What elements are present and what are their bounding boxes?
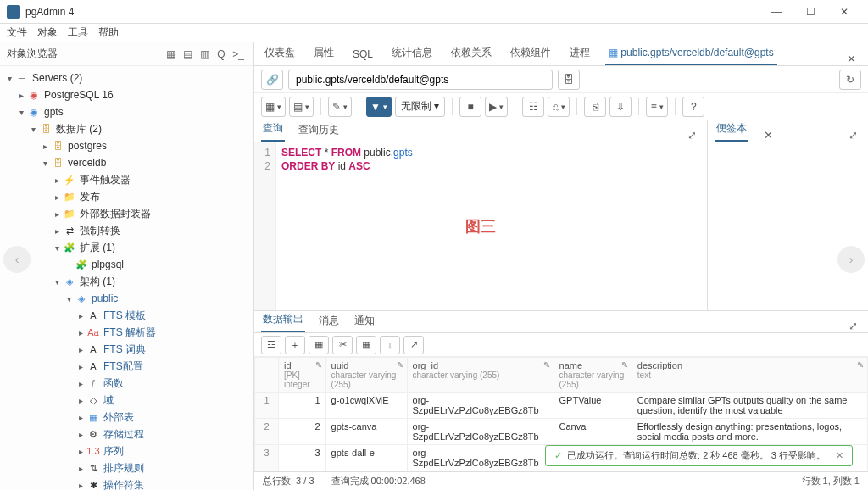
edit-icon[interactable]: ✎ [543, 360, 550, 370]
close-window-button[interactable]: ✕ [827, 0, 861, 24]
menu-object[interactable]: 对象 [37, 25, 58, 40]
tree-functions[interactable]: ▸ƒ函数 [0, 375, 253, 392]
edit-icon[interactable]: ✎ [621, 360, 628, 370]
tree-extensions[interactable]: ▾🧩扩展 (1) [0, 239, 253, 256]
col-description[interactable]: description✎text [632, 358, 867, 393]
link-icon[interactable]: 🔗 [261, 70, 283, 90]
menu-help[interactable]: 帮助 [98, 25, 119, 40]
otab-data[interactable]: 数据输出 [261, 308, 305, 332]
qtab-history[interactable]: 查询历史 [297, 119, 341, 142]
menu-file[interactable]: 文件 [7, 25, 27, 40]
tree-domains[interactable]: ▸◇域 [0, 392, 253, 409]
browser-btn-search[interactable]: Q [213, 46, 230, 63]
tab-close-button[interactable]: ✕ [842, 53, 861, 65]
explain-button[interactable]: ☷ [522, 97, 544, 117]
otab-notif[interactable]: 通知 [353, 309, 376, 332]
tab-query[interactable]: ▦ public.gpts/verceldb/default@gpts [605, 42, 777, 65]
stop-button[interactable]: ■ [459, 97, 481, 117]
tree-publish[interactable]: ▸📁发布 [0, 188, 253, 205]
execute-button[interactable]: ▶ [485, 97, 508, 117]
tab-stats[interactable]: 统计信息 [388, 41, 436, 65]
out-btn-ext[interactable]: ↗ [403, 336, 424, 354]
edit-button[interactable]: ✎ [328, 97, 352, 117]
code-area[interactable]: SELECT * FROM public.gpts ORDER BY id AS… [276, 142, 707, 310]
expand-editor-button[interactable]: ⤢ [684, 129, 700, 142]
tree-cast[interactable]: ▸⇄强制转换 [0, 222, 253, 239]
tree-databases[interactable]: ▾🗄数据库 (2) [0, 120, 253, 137]
tree-foreign-tables[interactable]: ▸▦外部表 [0, 409, 253, 426]
nav-next-button[interactable]: › [837, 246, 865, 273]
tree-gpts-server[interactable]: ▾◉gpts [0, 103, 253, 120]
edit-icon[interactable]: ✎ [857, 360, 864, 370]
tree-sequences[interactable]: ▸1.3序列 [0, 443, 253, 459]
minimize-button[interactable]: — [760, 0, 793, 24]
tab-dashboard[interactable]: 仪表盘 [261, 41, 298, 65]
table-row[interactable]: 22gpts-canvaorg-SzpdELrVzPzlCo8yzEBGz8Tb… [255, 419, 868, 445]
clip-button[interactable]: ⎘ [584, 97, 606, 117]
tree-operators[interactable]: ▸✱操作符集 [0, 476, 253, 490]
out-btn-add[interactable]: + [285, 336, 305, 354]
analyze-button[interactable]: ⎌ [548, 97, 570, 117]
tree-fts-parser[interactable]: ▸AaFTS 解析器 [0, 324, 253, 341]
col-uuid[interactable]: uuid✎character varying (255) [326, 358, 407, 393]
edit-icon[interactable]: ✎ [315, 360, 322, 370]
out-btn-del[interactable]: ▦ [356, 336, 376, 354]
limit-select[interactable]: 无限制 ▾ [395, 97, 445, 117]
nav-prev-button[interactable]: ‹ [3, 246, 31, 273]
col-rownum[interactable] [255, 358, 279, 393]
tree-procedures[interactable]: ▸⚙存储过程 [0, 426, 253, 443]
db-icon-button[interactable]: 🗄 [558, 70, 580, 90]
browser-btn-terminal[interactable]: >_ [230, 46, 247, 63]
tree-pg16[interactable]: ▸◉PostgreSQL 16 [0, 86, 253, 103]
options-button[interactable]: ≡ [646, 97, 668, 117]
address-input[interactable] [288, 70, 553, 90]
sql-editor[interactable]: 12 SELECT * FROM public.gpts ORDER BY id… [254, 142, 707, 310]
edit-icon[interactable]: ✎ [397, 360, 403, 370]
tree-fts-dict[interactable]: ▸AFTS 词典 [0, 341, 253, 358]
maximize-button[interactable]: ☐ [793, 0, 827, 24]
tab-dependents[interactable]: 依赖组件 [507, 41, 554, 65]
out-btn-paste[interactable]: ✂ [332, 336, 353, 354]
qtab-query[interactable]: 查询 [261, 117, 285, 142]
download-button[interactable]: ⇩ [609, 97, 632, 117]
tab-sql[interactable]: SQL [349, 43, 376, 65]
tree-fdw[interactable]: ▸📁外部数据封装器 [0, 205, 253, 222]
browser-btn-1[interactable]: ▦ [162, 46, 179, 63]
tree-plpgsql[interactable]: 🧩plpgsql [0, 256, 253, 273]
browser-btn-2[interactable]: ▤ [179, 46, 196, 63]
tree-event-triggers[interactable]: ▸⚡事件触发器 [0, 171, 253, 188]
filter-button[interactable]: ▼ [366, 97, 392, 117]
function-icon: ƒ [86, 377, 100, 389]
browser-btn-3[interactable]: ▥ [196, 46, 213, 63]
out-btn-copy[interactable]: ▦ [309, 336, 329, 354]
refresh-button[interactable]: ↻ [839, 70, 861, 90]
tree-collations[interactable]: ▸⇅排序规则 [0, 459, 253, 476]
toast-close-button[interactable]: ✕ [836, 450, 843, 461]
tree-schemas[interactable]: ▾◈架构 (1) [0, 273, 253, 290]
out-btn-1[interactable]: ☲ [261, 336, 281, 354]
tab-deps[interactable]: 依赖关系 [448, 41, 495, 65]
tab-properties[interactable]: 属性 [310, 41, 337, 65]
open-button[interactable]: ▤ [289, 97, 314, 117]
expand-output-button[interactable]: ⤢ [845, 320, 861, 332]
otab-msg[interactable]: 消息 [317, 309, 341, 332]
tree-public[interactable]: ▾◈public [0, 290, 253, 307]
tree-postgres-db[interactable]: ▸🗄postgres [0, 137, 253, 154]
table-row[interactable]: 11g-o1cwqlXMEorg-SzpdELrVzPzlCo8yzEBGz8T… [255, 393, 868, 419]
tab-processes[interactable]: 进程 [566, 41, 593, 65]
help-button[interactable]: ? [682, 97, 704, 117]
tree-verceldb[interactable]: ▾🗄verceldb [0, 154, 253, 171]
col-org-id[interactable]: org_id✎character varying (255) [407, 358, 554, 393]
save-button[interactable]: ▦ [261, 97, 286, 117]
tree-fts-tpl[interactable]: ▸AFTS 模板 [0, 307, 253, 324]
menu-tools[interactable]: 工具 [68, 25, 88, 40]
tree-servers[interactable]: ▾☰Servers (2) [0, 70, 253, 86]
scratch-close-button[interactable]: ✕ [760, 129, 776, 142]
col-id[interactable]: id✎[PK] integer [279, 358, 326, 393]
status-bar: 总行数: 3 / 3 查询完成 00:00:02.468 行数 1, 列数 1 [254, 471, 868, 490]
qtab-scratch[interactable]: 便签本 [715, 117, 748, 142]
col-name[interactable]: name✎character varying (255) [554, 358, 632, 393]
out-btn-dl[interactable]: ↓ [380, 336, 400, 354]
tree-fts-cfg[interactable]: ▸AFTS配置 [0, 358, 253, 375]
expand-scratch-button[interactable]: ⤢ [845, 129, 861, 142]
